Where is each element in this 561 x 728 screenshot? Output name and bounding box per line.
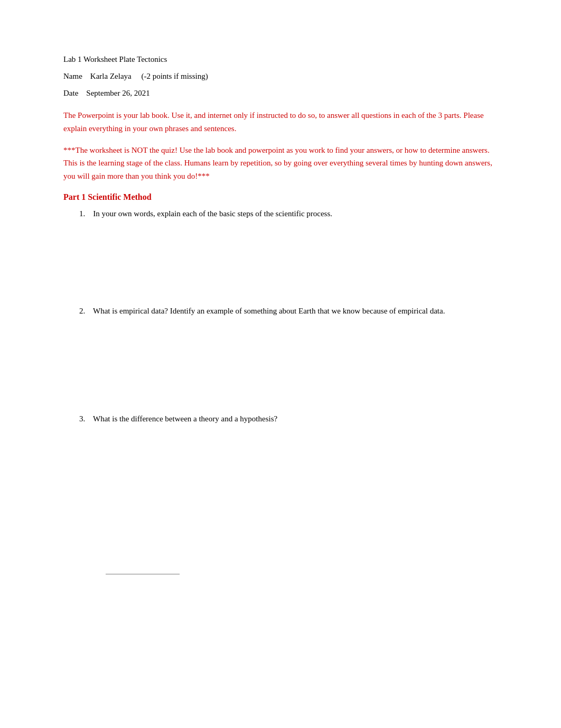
- question-1-block: 1. In your own words, explain each of th…: [63, 207, 492, 220]
- date-line: Date September 26, 2021: [63, 87, 492, 99]
- question-2-content: What is empirical data? Identify an exam…: [93, 307, 445, 315]
- question-3-number: 3.: [79, 414, 85, 423]
- question-2-number: 2.: [79, 307, 85, 315]
- date-value: September 26, 2021: [86, 89, 149, 97]
- title-line: Lab 1 Worksheet Plate Tectonics: [63, 53, 492, 66]
- question-2-block: 2. What is empirical data? Identify an e…: [63, 305, 492, 317]
- question-3-text: 3. What is the difference between a theo…: [79, 412, 492, 425]
- name-line: Name Karla Zelaya (-2 points if missing): [63, 70, 492, 82]
- question-3-block: 3. What is the difference between a theo…: [63, 412, 492, 425]
- question-1-number: 1.: [79, 209, 85, 218]
- intro-text1: The Powerpoint is your lab book. Use it,…: [63, 111, 484, 133]
- divider: [106, 574, 180, 575]
- intro-paragraph1: The Powerpoint is your lab book. Use it,…: [63, 109, 492, 135]
- name-suffix: (-2 points if missing): [141, 72, 208, 80]
- question-3-content: What is the difference between a theory …: [93, 414, 277, 423]
- question-2-text: 2. What is empirical data? Identify an e…: [79, 305, 492, 317]
- part1-heading: Part 1 Scientific Method: [63, 192, 492, 202]
- header-section: Lab 1 Worksheet Plate Tectonics Name Kar…: [63, 53, 492, 99]
- question-1-content: In your own words, explain each of the b…: [93, 209, 332, 218]
- intro-paragraph2: ***The worksheet is NOT the quiz! Use th…: [63, 144, 492, 183]
- name-label: Name: [63, 72, 82, 80]
- question-1-text: 1. In your own words, explain each of th…: [79, 207, 492, 220]
- date-label: Date: [63, 89, 78, 97]
- title: Lab 1 Worksheet Plate Tectonics: [63, 55, 167, 63]
- warning-text: ***The worksheet is NOT the quiz! Use th…: [63, 146, 492, 181]
- page: Lab 1 Worksheet Plate Tectonics Name Kar…: [0, 0, 561, 728]
- name-value: Karla Zelaya: [90, 72, 132, 80]
